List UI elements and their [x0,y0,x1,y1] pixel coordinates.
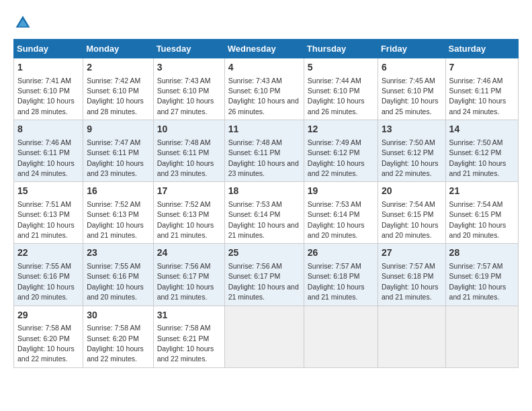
day-number: 4 [228,61,300,75]
calendar-cell [224,306,304,367]
day-number: 31 [157,309,221,322]
calendar-cell: 26Sunrise: 7:57 AMSunset: 6:18 PMDayligh… [304,244,378,306]
day-details: Sunrise: 7:48 AMSunset: 6:11 PMDaylight:… [157,138,214,177]
day-details: Sunrise: 7:52 AMSunset: 6:13 PMDaylight:… [157,200,214,239]
calendar-week-row: 8Sunrise: 7:46 AMSunset: 6:11 PMDaylight… [14,120,519,182]
day-details: Sunrise: 7:49 AMSunset: 6:12 PMDaylight:… [308,138,365,177]
day-details: Sunrise: 7:58 AMSunset: 6:21 PMDaylight:… [157,324,214,363]
calendar-cell: 20Sunrise: 7:54 AMSunset: 6:15 PMDayligh… [378,182,445,244]
day-number: 14 [449,123,515,136]
day-details: Sunrise: 7:58 AMSunset: 6:20 PMDaylight:… [87,324,144,363]
day-number: 11 [228,123,300,136]
calendar-week-row: 22Sunrise: 7:55 AMSunset: 6:16 PMDayligh… [14,244,519,306]
day-number: 30 [87,309,149,322]
calendar-cell: 22Sunrise: 7:55 AMSunset: 6:16 PMDayligh… [14,244,83,306]
day-details: Sunrise: 7:48 AMSunset: 6:11 PMDaylight:… [228,138,299,177]
calendar-cell [378,306,445,367]
day-details: Sunrise: 7:54 AMSunset: 6:15 PMDaylight:… [382,200,439,239]
day-number: 18 [228,185,300,198]
day-details: Sunrise: 7:51 AMSunset: 6:13 PMDaylight:… [17,200,75,239]
day-details: Sunrise: 7:43 AMSunset: 6:10 PMDaylight:… [157,77,214,116]
calendar-cell: 1Sunrise: 7:41 AMSunset: 6:10 PMDaylight… [14,58,83,120]
day-details: Sunrise: 7:57 AMSunset: 6:18 PMDaylight:… [382,262,439,301]
calendar-week-row: 1Sunrise: 7:41 AMSunset: 6:10 PMDaylight… [14,58,519,120]
day-number: 10 [157,123,221,136]
calendar-cell: 13Sunrise: 7:50 AMSunset: 6:12 PMDayligh… [378,120,445,182]
header-thursday: Thursday [304,40,378,58]
calendar-cell: 21Sunrise: 7:54 AMSunset: 6:15 PMDayligh… [445,182,518,244]
calendar-cell: 18Sunrise: 7:53 AMSunset: 6:14 PMDayligh… [224,182,304,244]
day-number: 16 [87,185,149,198]
calendar-cell: 27Sunrise: 7:57 AMSunset: 6:18 PMDayligh… [378,244,445,306]
day-details: Sunrise: 7:54 AMSunset: 6:15 PMDaylight:… [449,200,506,239]
calendar-cell [445,306,518,367]
day-number: 3 [157,61,221,75]
day-number: 7 [449,61,515,75]
day-details: Sunrise: 7:43 AMSunset: 6:10 PMDaylight:… [228,77,299,116]
calendar-cell: 12Sunrise: 7:49 AMSunset: 6:12 PMDayligh… [304,120,378,182]
calendar-cell: 30Sunrise: 7:58 AMSunset: 6:20 PMDayligh… [83,306,153,367]
calendar-cell: 28Sunrise: 7:57 AMSunset: 6:19 PMDayligh… [445,244,518,306]
day-details: Sunrise: 7:57 AMSunset: 6:18 PMDaylight:… [308,262,365,301]
calendar-cell: 29Sunrise: 7:58 AMSunset: 6:20 PMDayligh… [14,306,83,367]
day-number: 13 [382,123,442,136]
day-details: Sunrise: 7:44 AMSunset: 6:10 PMDaylight:… [308,77,365,116]
day-number: 1 [17,61,79,75]
day-number: 23 [87,246,149,260]
day-details: Sunrise: 7:52 AMSunset: 6:13 PMDaylight:… [87,200,144,239]
day-details: Sunrise: 7:46 AMSunset: 6:11 PMDaylight:… [449,77,506,116]
day-number: 12 [308,123,374,136]
day-number: 19 [308,185,374,198]
day-number: 24 [157,246,221,260]
day-number: 8 [17,123,79,136]
calendar-cell: 24Sunrise: 7:56 AMSunset: 6:17 PMDayligh… [153,244,224,306]
header-monday: Monday [83,40,153,58]
day-details: Sunrise: 7:50 AMSunset: 6:12 PMDaylight:… [382,138,439,177]
calendar-cell [304,306,378,367]
header-friday: Friday [378,40,445,58]
calendar-cell: 2Sunrise: 7:42 AMSunset: 6:10 PMDaylight… [83,58,153,120]
day-number: 2 [87,61,149,75]
day-number: 5 [308,61,374,75]
day-details: Sunrise: 7:56 AMSunset: 6:17 PMDaylight:… [228,262,299,301]
day-details: Sunrise: 7:45 AMSunset: 6:10 PMDaylight:… [382,77,439,116]
calendar-cell: 17Sunrise: 7:52 AMSunset: 6:13 PMDayligh… [153,182,224,244]
header-tuesday: Tuesday [153,40,224,58]
day-details: Sunrise: 7:55 AMSunset: 6:16 PMDaylight:… [17,262,75,301]
calendar-cell: 15Sunrise: 7:51 AMSunset: 6:13 PMDayligh… [14,182,83,244]
calendar-cell: 10Sunrise: 7:48 AMSunset: 6:11 PMDayligh… [153,120,224,182]
calendar-cell: 31Sunrise: 7:58 AMSunset: 6:21 PMDayligh… [153,306,224,367]
day-details: Sunrise: 7:41 AMSunset: 6:10 PMDaylight:… [17,77,75,116]
calendar-cell: 25Sunrise: 7:56 AMSunset: 6:17 PMDayligh… [224,244,304,306]
day-number: 17 [157,185,221,198]
calendar-cell: 6Sunrise: 7:45 AMSunset: 6:10 PMDaylight… [378,58,445,120]
calendar-cell: 16Sunrise: 7:52 AMSunset: 6:13 PMDayligh… [83,182,153,244]
day-details: Sunrise: 7:55 AMSunset: 6:16 PMDaylight:… [87,262,144,301]
day-details: Sunrise: 7:47 AMSunset: 6:11 PMDaylight:… [87,138,144,177]
day-number: 29 [17,309,79,322]
header-wednesday: Wednesday [224,40,304,58]
calendar-week-row: 29Sunrise: 7:58 AMSunset: 6:20 PMDayligh… [14,306,519,367]
calendar-cell: 3Sunrise: 7:43 AMSunset: 6:10 PMDaylight… [153,58,224,120]
day-number: 9 [87,123,149,136]
logo [13,13,35,32]
header-saturday: Saturday [445,40,518,58]
day-number: 26 [308,246,374,260]
day-details: Sunrise: 7:58 AMSunset: 6:20 PMDaylight:… [17,324,75,363]
day-details: Sunrise: 7:50 AMSunset: 6:12 PMDaylight:… [449,138,506,177]
calendar-cell: 19Sunrise: 7:53 AMSunset: 6:14 PMDayligh… [304,182,378,244]
day-details: Sunrise: 7:42 AMSunset: 6:10 PMDaylight:… [87,77,144,116]
calendar-cell: 4Sunrise: 7:43 AMSunset: 6:10 PMDaylight… [224,58,304,120]
day-number: 25 [228,246,300,260]
day-number: 20 [382,185,442,198]
logo-icon [13,13,32,32]
day-details: Sunrise: 7:53 AMSunset: 6:14 PMDaylight:… [308,200,365,239]
header [13,13,519,32]
day-details: Sunrise: 7:57 AMSunset: 6:19 PMDaylight:… [449,262,506,301]
day-details: Sunrise: 7:56 AMSunset: 6:17 PMDaylight:… [157,262,214,301]
day-number: 15 [17,185,79,198]
day-number: 21 [449,185,515,198]
calendar-cell: 7Sunrise: 7:46 AMSunset: 6:11 PMDaylight… [445,58,518,120]
calendar-cell: 11Sunrise: 7:48 AMSunset: 6:11 PMDayligh… [224,120,304,182]
header-sunday: Sunday [14,40,83,58]
